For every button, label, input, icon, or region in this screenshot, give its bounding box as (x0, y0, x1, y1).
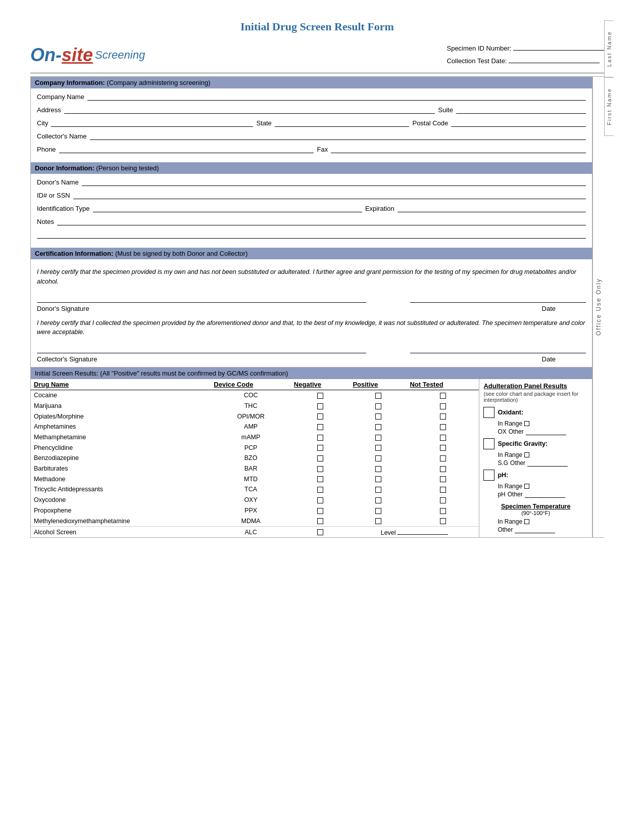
notes-field2[interactable] (37, 230, 586, 239)
suite-field[interactable] (456, 106, 586, 114)
positive-checkbox[interactable] (350, 401, 407, 411)
not-tested-checkbox[interactable] (407, 484, 479, 495)
ph-item: pH: (483, 470, 588, 481)
donors-name-field[interactable] (82, 178, 586, 186)
positive-checkbox[interactable] (350, 516, 407, 526)
spec-temp-in-range-checkbox[interactable] (524, 519, 529, 524)
oxidant-ox-row: OX Other (498, 428, 588, 435)
negative-checkbox[interactable] (291, 432, 350, 443)
negative-checkbox[interactable] (291, 411, 350, 422)
expiration-field[interactable] (398, 204, 586, 212)
specimen-info: Specimen ID Number: Collection Test Date… (447, 42, 604, 68)
donor-date-line[interactable] (410, 295, 586, 303)
postal-code-field[interactable] (451, 119, 586, 127)
donor-sig-line[interactable] (37, 295, 366, 303)
table-row: Methadone MTD (31, 474, 479, 484)
spec-temp-other-field[interactable] (515, 526, 555, 533)
positive-checkbox[interactable] (350, 505, 407, 516)
table-row: Opiates/Morphine OPI/MOR (31, 411, 479, 422)
not-tested-checkbox[interactable] (407, 390, 479, 401)
positive-checkbox[interactable] (350, 474, 407, 484)
collection-date-field[interactable] (509, 55, 600, 63)
alcohol-code: ALC (211, 527, 291, 538)
positive-checkbox[interactable] (350, 442, 407, 453)
not-tested-checkbox[interactable] (407, 516, 479, 526)
drug-code: TCA (211, 484, 291, 495)
id-type-field[interactable] (93, 204, 362, 212)
positive-checkbox[interactable] (350, 411, 407, 422)
drug-code: OXY (211, 495, 291, 505)
phone-field[interactable] (59, 145, 314, 153)
adulteration-panel-title: Adulteration Panel Results (483, 382, 588, 390)
negative-checkbox[interactable] (291, 505, 350, 516)
negative-checkbox[interactable] (291, 495, 350, 505)
alcohol-checkbox[interactable] (291, 527, 350, 538)
negative-checkbox[interactable] (291, 422, 350, 432)
donors-name-label: Donor's Name (37, 178, 79, 186)
donors-signature-label: Donor's Signature (37, 305, 89, 312)
drug-code: PCP (211, 442, 291, 453)
company-name-field[interactable] (87, 92, 586, 101)
table-row: Propoxphene PPX (31, 505, 479, 516)
not-tested-checkbox[interactable] (407, 401, 479, 411)
id-type-row: Identification Type Expiration (37, 204, 586, 212)
form-left: Company Information: (Company administer… (30, 76, 592, 538)
ph-other-field[interactable] (525, 491, 565, 498)
fax-field[interactable] (331, 145, 586, 153)
specimen-id-field[interactable] (513, 42, 604, 51)
negative-checkbox[interactable] (291, 401, 350, 411)
collector-date-line[interactable] (410, 345, 586, 353)
oxidant-item: Oxidant: (483, 407, 588, 418)
sg-in-range-checkbox[interactable] (524, 452, 529, 457)
not-tested-checkbox[interactable] (407, 474, 479, 484)
specimen-temp-area: Specimen Temperature (90°-100°F) (483, 503, 588, 516)
drug-name: Oxycodone (31, 495, 211, 505)
not-tested-checkbox[interactable] (407, 453, 479, 464)
positive-checkbox[interactable] (350, 390, 407, 401)
alcohol-row: Alcohol Screen ALC Level (31, 527, 479, 538)
negative-checkbox[interactable] (291, 390, 350, 401)
oxidant-other-field[interactable] (526, 428, 566, 435)
negative-checkbox[interactable] (291, 474, 350, 484)
not-tested-checkbox[interactable] (407, 432, 479, 443)
positive-checkbox[interactable] (350, 453, 407, 464)
negative-checkbox[interactable] (291, 453, 350, 464)
donor-section-header: Donor Information: (Person being tested) (31, 162, 592, 174)
sg-other-field[interactable] (527, 459, 568, 467)
positive-checkbox[interactable] (350, 464, 407, 474)
not-tested-checkbox[interactable] (407, 411, 479, 422)
address-field[interactable] (64, 106, 435, 114)
negative-checkbox[interactable] (291, 484, 350, 495)
not-tested-checkbox[interactable] (407, 464, 479, 474)
page-title: Initial Drug Screen Result Form (30, 20, 604, 33)
oxidant-in-range-checkbox[interactable] (524, 421, 529, 426)
phone-fax-row: Phone Fax (37, 145, 586, 153)
id-ssn-field[interactable] (73, 191, 586, 199)
positive-checkbox[interactable] (350, 432, 407, 443)
negative-checkbox[interactable] (291, 464, 350, 474)
drug-name: Methylenedioxymethamphetamine (31, 516, 211, 526)
last-name-tab: Last Name (604, 20, 614, 77)
city-field[interactable] (51, 119, 253, 127)
ph-in-range-checkbox[interactable] (524, 484, 529, 489)
not-tested-checkbox[interactable] (407, 495, 479, 505)
notes-field[interactable] (57, 217, 586, 225)
alcohol-level-field[interactable] (398, 528, 448, 535)
not-tested-checkbox[interactable] (407, 505, 479, 516)
state-field[interactable] (275, 119, 410, 127)
company-header-bold: Company Information: (35, 79, 105, 86)
collectors-name-field[interactable] (90, 132, 586, 140)
drug-name: Amphetamines (31, 422, 211, 432)
not-tested-checkbox[interactable] (407, 442, 479, 453)
positive-checkbox[interactable] (350, 495, 407, 505)
oxidant-in-range: In Range (498, 420, 588, 427)
sg-in-range: In Range (498, 451, 588, 458)
negative-checkbox[interactable] (291, 516, 350, 526)
not-tested-checkbox[interactable] (407, 422, 479, 432)
company-section-content: Company Name Address Suite City State (31, 88, 592, 162)
collector-sig-line[interactable] (37, 345, 366, 353)
table-row: Methamphetamine mAMP (31, 432, 479, 443)
negative-checkbox[interactable] (291, 442, 350, 453)
positive-checkbox[interactable] (350, 422, 407, 432)
positive-checkbox[interactable] (350, 484, 407, 495)
